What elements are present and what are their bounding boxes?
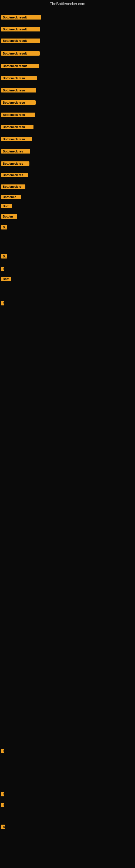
bottleneck-result-item: Bottleneck res (1, 161, 30, 167)
bottleneck-result-badge: Bottleneck resu (1, 88, 36, 93)
bottleneck-result-badge: Bottleneck resu (1, 100, 36, 105)
bottleneck-result-badge: Bottleneck result (1, 15, 41, 20)
bottleneck-result-item: Bottlen (1, 214, 17, 220)
bottleneck-result-item: B (1, 267, 4, 272)
bottleneck-result-item: Bottleneck result (1, 38, 40, 44)
bottleneck-result-item: B (1, 301, 4, 307)
site-title-text: TheBottlenecker.com (50, 2, 85, 6)
bottleneck-result-item: B (1, 825, 5, 830)
bottleneck-result-badge: Bottlen (1, 214, 17, 219)
bottleneck-result-badge: Bottleneck result (1, 27, 40, 31)
bottleneck-result-badge: B (1, 267, 4, 271)
bottleneck-result-item: B (1, 803, 4, 808)
bottleneck-result-badge: Bottleneck resu (1, 125, 34, 129)
bottleneck-result-item: Bottleneck re (1, 184, 26, 190)
bottleneck-result-item: Bo (1, 254, 7, 259)
bottleneck-result-badge: Bottleneck resu (1, 113, 35, 117)
bottleneck-result-item: Bottleneck resu (1, 137, 32, 143)
bottleneck-result-badge: Bo (1, 225, 7, 229)
bottleneck-result-item: Bottleneck resu (1, 125, 34, 130)
bottleneck-result-item: Bottleneck resu (1, 113, 35, 118)
bottleneck-result-badge: Bottleneck result (1, 64, 39, 68)
bottleneck-result-badge: Bottleneck re (1, 184, 26, 189)
bottleneck-result-badge: B (1, 792, 4, 796)
bottleneck-result-item: Bo (1, 225, 7, 230)
bottleneck-result-badge: Bottleneck result (1, 38, 40, 43)
bottleneck-result-item: B (1, 749, 4, 754)
bottleneck-result-item: Bottleneck result (1, 15, 41, 21)
bottleneck-result-item: Bottleneck res (1, 149, 30, 155)
bottleneck-result-item: Bottleneck resu (1, 76, 37, 82)
bottleneck-result-badge: B (1, 825, 5, 829)
page-container: TheBottlenecker.com Bottleneck resultBot… (0, 0, 135, 868)
site-title: TheBottlenecker.com (0, 0, 135, 7)
bottleneck-result-badge: Bott (1, 277, 11, 281)
bottleneck-result-badge: Bo (1, 254, 7, 258)
bottleneck-result-item: Bottleneck res (1, 173, 28, 178)
bottleneck-result-item: B (1, 792, 4, 798)
bottleneck-result-badge: Bottleneck resu (1, 76, 37, 80)
bottleneck-result-item: Bottleneck result (1, 27, 40, 33)
bottleneck-result-item: Bottleneck resu (1, 88, 36, 94)
bottleneck-result-badge: B (1, 803, 4, 807)
bottleneck-result-badge: B (1, 749, 4, 753)
bottleneck-result-badge: Bottleneck resu (1, 137, 32, 141)
bottleneck-result-item: Bottleneck result (1, 51, 40, 57)
bottleneck-result-item: Bottleneck result (1, 64, 39, 69)
bottleneck-result-badge: Bottlenec (1, 195, 21, 199)
bottleneck-result-item: Bottlenec (1, 195, 21, 200)
bottleneck-result-badge: Bottleneck result (1, 51, 40, 56)
bottleneck-result-item: Bott (1, 204, 12, 209)
bottleneck-result-badge: Bottleneck res (1, 149, 30, 154)
bottleneck-result-badge: Bott (1, 204, 12, 208)
bottleneck-result-badge: Bottleneck res (1, 161, 30, 166)
bottleneck-result-item: Bott (1, 277, 11, 282)
bottleneck-result-badge: B (1, 301, 4, 305)
bottleneck-result-item: Bottleneck resu (1, 100, 36, 106)
bottleneck-result-badge: Bottleneck res (1, 173, 28, 177)
